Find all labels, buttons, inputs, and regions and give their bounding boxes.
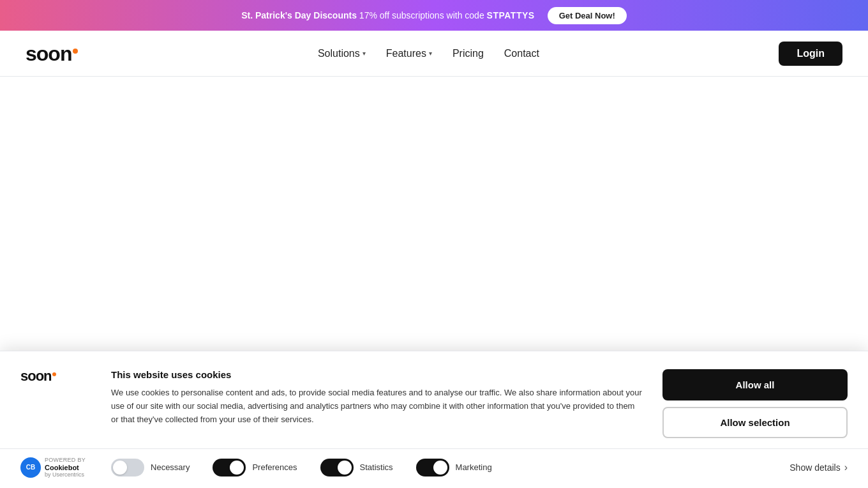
cookie-toggle-group: Necessary Preferences [111,459,764,477]
chevron-right-icon: › [844,462,848,473]
toggle-preferences: Preferences [213,459,297,477]
statistics-label: Statistics [360,462,393,472]
cookie-text-area: This website uses cookies We use cookies… [111,369,642,426]
cookie-buttons: Allow all Allow selection [662,369,848,438]
cookiebot-icon: CB [20,457,41,478]
cookie-main-area: soon This website uses cookies We use co… [0,351,868,448]
allow-all-button[interactable]: Allow all [662,369,848,400]
allow-selection-button[interactable]: Allow selection [662,407,848,438]
necessary-label: Necessary [151,462,190,472]
logo-text: soon [26,43,78,64]
statistics-toggle[interactable] [320,459,354,477]
cookie-footer: CB Powered by Cookiebot by Usercentrics [0,448,868,488]
top-banner: St. Patrick's Day Discounts 17% off subs… [0,0,868,31]
marketing-toggle[interactable] [416,459,449,477]
banner-text: St. Patrick's Day Discounts 17% off subs… [241,10,534,20]
cookie-consent-overlay: soon This website uses cookies We use co… [0,351,868,488]
cookie-title: This website uses cookies [111,369,642,380]
main-nav: Solutions ▾ Features ▾ Pricing Contact [318,48,539,59]
cookie-logo: soon [20,369,91,383]
nav-contact[interactable]: Contact [504,48,539,59]
preferences-toggle[interactable] [213,459,246,477]
logo[interactable]: soon [26,43,78,64]
cookie-description: We use cookies to personalise content an… [111,386,642,426]
cookiebot-sub: by Usercentrics [45,471,84,478]
login-button[interactable]: Login [779,42,842,66]
necessary-toggle[interactable] [111,459,144,477]
toggle-necessary: Necessary [111,459,190,477]
chevron-down-icon: ▾ [363,50,366,57]
toggle-marketing: Marketing [416,459,492,477]
show-details-label: Show details [789,462,840,473]
header: soon Solutions ▾ Features ▾ Pricing Cont… [0,31,868,77]
logo-dot [73,49,78,54]
nav-pricing[interactable]: Pricing [453,48,484,59]
marketing-label: Marketing [456,462,492,472]
cookiebot-brand: Cookiebot [45,464,79,471]
chevron-down-icon: ▾ [429,50,432,57]
toggle-statistics: Statistics [320,459,393,477]
nav-solutions[interactable]: Solutions ▾ [318,48,366,59]
get-deal-button[interactable]: Get Deal Now! [548,7,627,24]
nav-features[interactable]: Features ▾ [386,48,432,59]
powered-by: CB Powered by Cookiebot by Usercentrics [20,457,86,478]
show-details-button[interactable]: Show details › [789,462,848,473]
preferences-label: Preferences [252,462,297,472]
powered-by-text: Powered by [45,457,86,464]
